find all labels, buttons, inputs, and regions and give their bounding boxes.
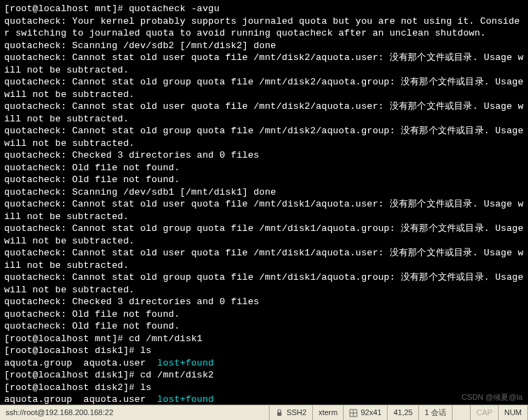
terminal-text: quotacheck: Cannot stat old user quota f… <box>4 199 524 222</box>
terminal-text: quotacheck: Cannot stat old group quota … <box>4 126 528 149</box>
terminal-line: quotacheck: Cannot stat old group quota … <box>4 223 524 247</box>
status-pos: 41,25 <box>388 405 419 420</box>
terminal-line: quotacheck: Old file not found. <box>4 162 524 174</box>
terminal-text: quotacheck: Your kernel probably support… <box>4 16 520 39</box>
terminal-text: quotacheck: Cannot stat old user quota f… <box>4 52 524 75</box>
status-bar: ssh://root@192.168.200.168:22 SSH2 xterm… <box>0 405 528 420</box>
terminal-text: quotacheck: Old file not found. <box>4 163 180 173</box>
terminal-line: [root@localhost disk2]# ls <box>4 382 524 394</box>
terminal-line: quotacheck: Checked 3 directories and 0 … <box>4 149 524 162</box>
terminal-line: quotacheck: Cannot stat old user quota f… <box>4 100 524 125</box>
terminal-line: quotacheck: Cannot stat old group quota … <box>4 76 524 100</box>
terminal-text: quotacheck: Cannot stat old group quota … <box>4 223 528 246</box>
terminal-text: quotacheck: Cannot stat old user quota f… <box>4 101 524 124</box>
terminal-text: aquota.group aquota.user <box>4 358 157 368</box>
terminal-text: quotacheck: Cannot stat old group quota … <box>4 272 528 295</box>
terminal-line: aquota.group aquota.user lost+found <box>4 357 524 370</box>
terminal-text: quotacheck: Cannot stat old group quota … <box>4 77 528 100</box>
terminal-line: quotacheck: Scanning /dev/sdb2 [/mnt/dis… <box>4 40 524 52</box>
svg-rect-0 <box>277 412 281 416</box>
status-cap: CAP <box>471 405 499 420</box>
terminal-text: quotacheck: Scanning /dev/sdb1 [/mnt/dis… <box>4 187 276 197</box>
terminal-line: quotacheck: Cannot stat old user quota f… <box>4 52 524 76</box>
terminal-line: quotacheck: Cannot stat old group quota … <box>4 125 524 149</box>
terminal-text: lost+found <box>157 358 214 368</box>
terminal-output[interactable]: [root@localhost mnt]# quotacheck -avguqu… <box>0 0 528 420</box>
terminal-line: [root@localhost disk1]# cd /mnt/disk2 <box>4 369 524 382</box>
terminal-line: quotacheck: Scanning /dev/sdb1 [/mnt/dis… <box>4 186 524 199</box>
terminal-text: quotacheck: Old file not found. <box>4 321 180 331</box>
terminal-text: [root@localhost mnt]# quotacheck -avgu <box>4 3 219 14</box>
terminal-line: [root@localhost mnt]# cd /mnt/disk1 <box>4 333 524 345</box>
status-session: 1 会话 <box>419 405 453 420</box>
terminal-text: quotacheck: Cannot stat old user quota f… <box>4 248 524 271</box>
terminal-text: [root@localhost disk2]# ls <box>4 382 152 393</box>
terminal-line: [root@localhost mnt]# quotacheck -avgu <box>4 3 524 15</box>
status-protocol: SSH2 <box>270 405 313 420</box>
terminal-line: [root@localhost disk1]# ls <box>4 345 524 357</box>
terminal-line: quotacheck: Checked 3 directories and 0 … <box>4 296 524 308</box>
terminal-text: quotacheck: Old file not found. <box>4 309 180 320</box>
terminal-line: quotacheck: Old file not found. <box>4 308 524 321</box>
lock-icon <box>275 409 284 417</box>
terminal-text: [root@localhost disk1]# cd /mnt/disk2 <box>4 370 214 380</box>
status-size: 92x41 <box>344 405 388 420</box>
terminal-text: quotacheck: Checked 3 directories and 0 … <box>4 150 259 160</box>
status-term: xterm <box>313 405 344 420</box>
terminal-line: quotacheck: Cannot stat old group quota … <box>4 271 524 296</box>
terminal-text: [root@localhost mnt]# cd /mnt/disk1 <box>4 333 203 344</box>
terminal-line: quotacheck: Your kernel probably support… <box>4 15 524 40</box>
status-num: NUM <box>499 405 528 420</box>
terminal-text: quotacheck: Checked 3 directories and 0 … <box>4 297 259 307</box>
status-ssh: ssh://root@192.168.200.168:22 <box>0 405 270 420</box>
status-spacer <box>453 405 471 420</box>
watermark: CSDN @倾夏@la <box>462 391 522 404</box>
terminal-line: quotacheck: Old file not found. <box>4 320 524 333</box>
terminal-line: quotacheck: Cannot stat old user quota f… <box>4 198 524 223</box>
terminal-line: quotacheck: Old file not found. <box>4 174 524 186</box>
terminal-text: aquota.group aquota.user <box>4 394 157 405</box>
terminal-text: [root@localhost disk1]# ls <box>4 345 152 356</box>
terminal-line: aquota.group aquota.user lost+found <box>4 393 524 406</box>
terminal-line: quotacheck: Cannot stat old user quota f… <box>4 247 524 271</box>
grid-icon <box>349 409 358 417</box>
terminal-text: quotacheck: Scanning /dev/sdb2 [/mnt/dis… <box>4 40 276 51</box>
terminal-text: quotacheck: Old file not found. <box>4 174 180 185</box>
terminal-text: lost+found <box>157 394 214 405</box>
